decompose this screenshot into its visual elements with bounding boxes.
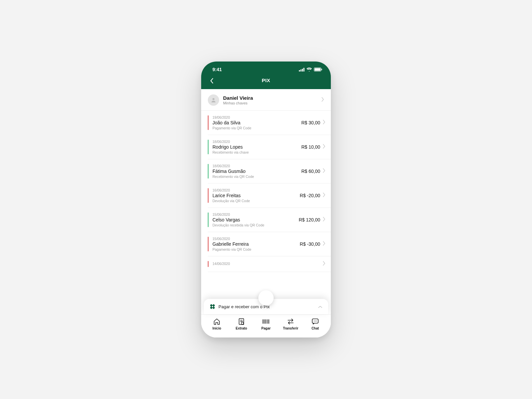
tx-date: 18/06/2020: [212, 140, 301, 144]
transaction-row[interactable]: 15/06/2020Celso VargasDevolução recebida…: [208, 208, 331, 232]
transaction-row[interactable]: 18/06/2020Rodrigo LopesRecebimento via c…: [208, 135, 331, 159]
tx-info: 15/06/2020Celso VargasDevolução recebida…: [212, 212, 299, 227]
svg-rect-23: [269, 320, 269, 324]
transfer-icon: [287, 318, 294, 325]
svg-rect-5: [315, 68, 321, 71]
tx-date: 15/06/2020: [212, 237, 300, 241]
profile-row[interactable]: Daniel Vieira Minhas chaves: [201, 89, 331, 111]
transaction-row[interactable]: 15/06/2020Gabrielle FerreiraPagamento vi…: [208, 232, 331, 256]
tx-name: Gabrielle Ferreira: [212, 241, 300, 247]
svg-rect-9: [210, 306, 212, 309]
profile-name: Daniel Vieira: [223, 95, 318, 101]
barcode-icon: [262, 318, 270, 325]
tx-name: Celso Vargas: [212, 217, 299, 222]
tab-label: Transferir: [283, 327, 298, 330]
svg-point-27: [316, 321, 317, 322]
tx-name: Larice Freitas: [212, 193, 300, 198]
chevron-right-icon: [323, 241, 326, 247]
avatar: [208, 94, 219, 106]
transaction-row[interactable]: 19/06/2020João da SilvaPagamento via QR …: [208, 111, 331, 135]
svg-rect-19: [265, 320, 265, 324]
person-icon: [211, 97, 216, 103]
svg-rect-21: [267, 320, 267, 324]
tx-amount: R$ -30,00: [300, 241, 320, 247]
tab-label: Início: [212, 327, 221, 330]
tab-chat[interactable]: Chat: [305, 318, 326, 330]
tx-date: 18/06/2020: [212, 164, 301, 168]
svg-rect-10: [210, 304, 212, 307]
tx-info: 15/06/2020Gabrielle FerreiraPagamento vi…: [212, 237, 300, 251]
tx-color-bar: [208, 212, 208, 227]
tx-color-bar: [208, 188, 208, 203]
tab-pagar[interactable]: Pagar: [255, 318, 277, 330]
svg-rect-18: [264, 320, 264, 324]
tx-desc: Recebimento via chave: [212, 150, 301, 154]
status-icons: [299, 67, 322, 71]
tx-color-bar: [208, 115, 208, 130]
tx-desc: Recebimento via QR Code: [212, 175, 301, 179]
tab-extrato[interactable]: Extrato: [231, 318, 252, 330]
chevron-right-icon: [323, 144, 326, 150]
tx-color-bar: [208, 261, 208, 267]
tx-amount: R$ 120,00: [299, 217, 320, 222]
chevron-right-icon: [323, 261, 326, 267]
wifi-icon: [307, 67, 312, 71]
page-title: PIX: [262, 77, 270, 83]
svg-point-7: [212, 98, 214, 100]
tx-name: Fátima Gusmão: [212, 169, 301, 174]
svg-rect-3: [304, 68, 305, 71]
tx-date: 16/06/2020: [212, 188, 300, 192]
chevron-right-icon: [323, 193, 326, 199]
status-bar: 9:41: [201, 66, 331, 75]
battery-icon: [314, 67, 322, 71]
tx-amount: R$ 10,00: [301, 144, 320, 150]
svg-rect-22: [268, 320, 269, 324]
signal-icon: [299, 68, 305, 71]
tx-name: Rodrigo Lopes: [212, 144, 301, 150]
svg-rect-11: [212, 306, 215, 309]
tx-amount: R$ 60,00: [301, 169, 320, 174]
tx-date: 19/06/2020: [212, 115, 301, 119]
transaction-row[interactable]: 14/06/2020: [208, 256, 331, 272]
chevron-right-icon: [322, 97, 324, 103]
title-row: PIX: [201, 75, 331, 83]
profile-sub: Minhas chaves: [223, 101, 318, 105]
svg-rect-8: [212, 304, 215, 307]
tx-amount: R$ -20,00: [300, 193, 320, 198]
tab-inicio[interactable]: Início: [206, 318, 227, 330]
pix-icon: [210, 304, 215, 309]
svg-rect-17: [263, 320, 263, 324]
tx-info: 14/06/2020: [212, 262, 320, 266]
chevron-right-icon: [323, 217, 326, 223]
transaction-row[interactable]: 18/06/2020Fátima GusmãoRecebimento via Q…: [208, 159, 331, 184]
svg-rect-20: [266, 320, 266, 324]
phone-frame: 9:41 PIX Daniel Vieira Minhas chaves: [201, 62, 331, 337]
chevron-left-icon: [210, 78, 213, 83]
back-button[interactable]: [208, 77, 216, 85]
floating-indicator: [258, 290, 274, 306]
receipt-icon: [238, 318, 245, 325]
tx-date: 15/06/2020: [212, 212, 299, 216]
home-icon: [213, 318, 220, 325]
tab-label: Pagar: [261, 327, 271, 330]
tx-info: 16/06/2020Larice FreitasDevolução via QR…: [212, 188, 300, 203]
chat-icon: [312, 318, 319, 325]
tx-amount: R$ 30,00: [301, 120, 320, 125]
tx-info: 18/06/2020Fátima GusmãoRecebimento via Q…: [212, 164, 301, 179]
tx-info: 18/06/2020Rodrigo LopesRecebimento via c…: [212, 140, 301, 154]
tx-desc: Devolução via QR Code: [212, 199, 300, 203]
profile-text: Daniel Vieira Minhas chaves: [223, 95, 318, 105]
tab-label: Extrato: [236, 327, 247, 330]
bottom-area: Pagar e receber com o Pix Início Extrato: [201, 299, 331, 337]
transaction-row[interactable]: 16/06/2020Larice FreitasDevolução via QR…: [208, 184, 331, 208]
tx-date: 14/06/2020: [212, 262, 320, 266]
svg-rect-0: [299, 70, 300, 71]
svg-point-26: [315, 321, 316, 322]
chevron-up-icon: [318, 304, 322, 310]
tx-desc: Devolução recebida via QR Code: [212, 223, 299, 227]
tx-desc: Pagamento via QR Code: [212, 247, 300, 251]
status-time: 9:41: [212, 67, 222, 72]
tab-bar: Início Extrato Pagar Transferir: [201, 314, 331, 337]
tab-transferir[interactable]: Transferir: [280, 318, 301, 330]
svg-rect-2: [302, 69, 303, 71]
